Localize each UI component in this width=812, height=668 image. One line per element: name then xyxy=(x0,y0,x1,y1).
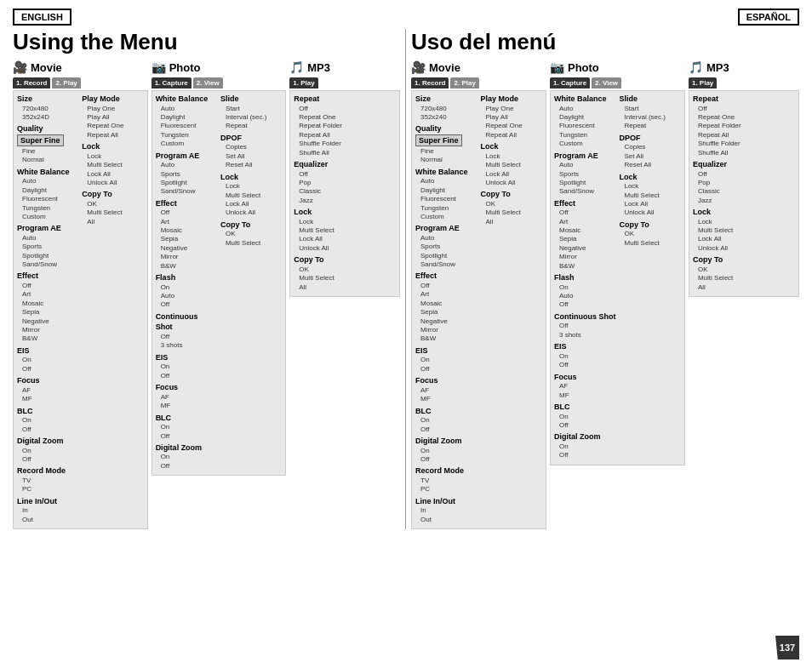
right-movie-menu: Size 720x480 352x240 Quality Super Fine … xyxy=(411,90,546,529)
left-photo-dzoom: Digital Zoom On Off xyxy=(156,442,217,471)
left-photo-pae: Program AE Auto Sports Spotlight Sand/Sn… xyxy=(156,151,217,197)
left-movie-focus: Focus AF MF xyxy=(17,375,78,403)
left-photo-focus: Focus AF MF xyxy=(156,382,217,410)
right-photo-header: 📷 Photo xyxy=(550,60,685,74)
right-photo-slide: Slide Start Interval (sec.) Repeat xyxy=(619,94,680,131)
left-photo-section: 📷 Photo 1. Capture 2. View White Balance… xyxy=(152,60,287,529)
left-photo-contshot: Continuous Shot Off 3 shots xyxy=(156,311,217,351)
right-movie-playmode: Play Mode Play One Play All Repeat One R… xyxy=(481,94,542,140)
left-photo-eis: EIS On Off xyxy=(156,352,217,380)
left-photo-flash: Flash On Auto Off xyxy=(156,272,217,310)
right-photo-pae: Program AE Auto Sports Spotlight Sand/Sn… xyxy=(554,151,615,197)
right-movie-size: Size 720x480 352x240 xyxy=(415,94,477,122)
left-mp3-icon: 🎵 xyxy=(289,60,304,74)
right-movie-lock: Lock Lock Multi Select Lock All Unlock A… xyxy=(481,141,542,187)
header: ENGLISH ESPAÑOL xyxy=(13,9,799,26)
right-movie-copyto: Copy To OK Multi Select All xyxy=(481,189,542,226)
left-movie-dzoom: Digital Zoom On Off xyxy=(17,436,78,464)
left-photo-effect: Effect Off Art Mosaic Sepia Negative Mir… xyxy=(156,198,217,271)
left-photo-icon: 📷 xyxy=(152,60,166,74)
right-movie-wb: White Balance Auto Daylight Fluorescent … xyxy=(415,167,477,222)
left-movie-effect: Effect Off Art Mosaic Sepia Negative Mir… xyxy=(17,271,78,343)
left-movie-menu: Size 720x480 352x24D Quality Super Fine … xyxy=(13,90,148,529)
left-movie-lock: Lock Lock Multi Select Lock All Unlock A… xyxy=(82,141,143,187)
right-movie-icon: 🎥 xyxy=(411,60,426,74)
right-mp3-equalizer: Equalizer Off Pop Classic Jazz xyxy=(693,159,795,205)
left-photo-label: Photo xyxy=(169,61,201,74)
left-photo-copyto: Copy To OK Multi Select xyxy=(220,220,282,248)
right-movie-focus: Focus AF MF xyxy=(415,375,477,403)
left-mp3-equalizer: Equalizer Off Pop Classic Jazz xyxy=(294,159,396,205)
left-photo-lock: Lock Lock Multi Select Lock All Unlock A… xyxy=(220,172,282,218)
right-title: Uso del menú xyxy=(411,29,799,55)
left-photo-tab1-content: White Balance Auto Daylight Fluorescent … xyxy=(156,94,217,472)
left-movie-copyto: Copy To OK Multi Select All xyxy=(82,189,143,226)
right-movie-tab2[interactable]: 2. Play xyxy=(450,77,478,88)
lang-english: ENGLISH xyxy=(13,9,71,26)
right-sections: 🎥 Movie 1. Record 2. Play Size 720x480 3… xyxy=(411,60,799,529)
right-mp3-section: 🎵 MP3 1. Play Repeat Off Repeat One Repe… xyxy=(689,60,799,529)
right-mp3-icon: 🎵 xyxy=(689,60,703,74)
right-photo-copyto: Copy To OK Multi Select xyxy=(619,220,680,248)
left-movie-tab1[interactable]: 1. Record xyxy=(13,77,50,88)
left-movie-wb: White Balance Auto Daylight Fluorescent … xyxy=(17,167,78,222)
right-mp3-copyto: Copy To OK Multi Select All xyxy=(693,254,795,292)
left-mp3-lock: Lock Lock Multi Select Lock All Unlock A… xyxy=(294,207,396,253)
right-photo-wb: White Balance Auto Daylight Fluorescent … xyxy=(554,94,615,149)
right-mp3-repeat: Repeat Off Repeat One Repeat Folder Repe… xyxy=(693,94,795,157)
left-photo-menu: White Balance Auto Daylight Fluorescent … xyxy=(152,90,287,476)
left-movie-blc: BLC On Off xyxy=(17,406,78,434)
left-photo-header: 📷 Photo xyxy=(152,60,287,74)
right-mp3-tab1[interactable]: 1. Play xyxy=(689,77,717,88)
left-photo-dpof: DPOF Copies Set All Reset All xyxy=(220,133,282,170)
right-movie-eis: EIS On Off xyxy=(415,345,477,374)
right-photo-contshot: Continuous Shot Off 3 shots xyxy=(554,311,615,340)
right-mp3-lock: Lock Lock Multi Select Lock All Unlock A… xyxy=(693,207,795,253)
left-movie-tab2[interactable]: 2. Play xyxy=(52,77,80,88)
left-movie-icon: 🎥 xyxy=(13,60,27,74)
right-photo-blc: BLC On Off xyxy=(554,402,615,430)
right-photo-tab2-content: Slide Start Interval (sec.) Repeat DPOF … xyxy=(619,94,680,462)
left-mp3-repeat: Repeat Off Repeat One Repeat Folder Repe… xyxy=(294,94,396,157)
left-movie-size: Size 720x480 352x24D xyxy=(17,94,78,122)
right-photo-tab1[interactable]: 1. Capture xyxy=(550,77,590,88)
right-movie-dzoom: Digital Zoom On Off xyxy=(415,436,477,464)
left-movie-tab1-content: Size 720x480 352x24D Quality Super Fine … xyxy=(17,94,78,526)
lang-espanol: ESPAÑOL xyxy=(738,9,799,26)
right-photo-tab2[interactable]: 2. View xyxy=(592,77,621,88)
left-movie-label: Movie xyxy=(31,61,62,74)
left-movie-pae: Program AE Auto Sports Spotlight Sand/Sn… xyxy=(17,223,78,269)
right-photo-dzoom: Digital Zoom On Off xyxy=(554,431,615,460)
right-photo-effect: Effect Off Art Mosaic Sepia Negative Mir… xyxy=(554,198,615,271)
right-movie-header: 🎥 Movie xyxy=(411,60,546,74)
right-photo-dpof: DPOF Copies Set All Reset All xyxy=(619,133,680,170)
left-movie-playmode: Play Mode Play One Play All Repeat One R… xyxy=(82,94,143,140)
right-movie-pae: Program AE Auto Sports Spotlight Sand/Sn… xyxy=(415,223,477,269)
right-movie-tab1-content: Size 720x480 352x240 Quality Super Fine … xyxy=(415,94,477,526)
right-photo-lock: Lock Lock Multi Select Lock All Unlock A… xyxy=(619,172,680,218)
left-photo-tab1[interactable]: 1. Capture xyxy=(152,77,192,88)
right-photo-icon: 📷 xyxy=(550,60,564,74)
left-mp3-section: 🎵 MP3 1. Play Repeat Off Repeat One Repe… xyxy=(289,60,400,529)
right-photo-tab1-content: White Balance Auto Daylight Fluorescent … xyxy=(554,94,615,462)
left-movie-tab2-content: Play Mode Play One Play All Repeat One R… xyxy=(82,94,143,526)
left-photo-wb: White Balance Auto Daylight Fluorescent … xyxy=(156,94,217,149)
right-movie-blc: BLC On Off xyxy=(415,406,477,434)
left-title: Using the Menu xyxy=(13,29,400,55)
right-photo-label: Photo xyxy=(568,61,599,74)
right-movie-section: 🎥 Movie 1. Record 2. Play Size 720x480 3… xyxy=(411,60,546,529)
left-movie-header: 🎥 Movie xyxy=(13,60,148,74)
left-movie-quality: Quality Super Fine Fine Normal xyxy=(17,123,78,164)
left-mp3-header: 🎵 MP3 xyxy=(289,60,400,74)
right-mp3-header: 🎵 MP3 xyxy=(689,60,799,74)
left-mp3-tab1[interactable]: 1. Play xyxy=(289,77,317,88)
left-mp3-label: MP3 xyxy=(307,61,330,74)
right-movie-tab1[interactable]: 1. Record xyxy=(411,77,449,88)
page: ENGLISH ESPAÑOL Using the Menu 🎥 Movie 1… xyxy=(0,0,812,668)
left-photo-tab2[interactable]: 2. View xyxy=(193,77,223,88)
left-movie-lineinout: Line In/Out In Out xyxy=(17,496,78,524)
right-movie-tab2-content: Play Mode Play One Play All Repeat One R… xyxy=(481,94,542,526)
right-movie-lineinout: Line In/Out In Out xyxy=(415,496,477,524)
page-number: 137 xyxy=(775,636,799,659)
right-photo-section: 📷 Photo 1. Capture 2. View White Balance… xyxy=(550,60,685,529)
